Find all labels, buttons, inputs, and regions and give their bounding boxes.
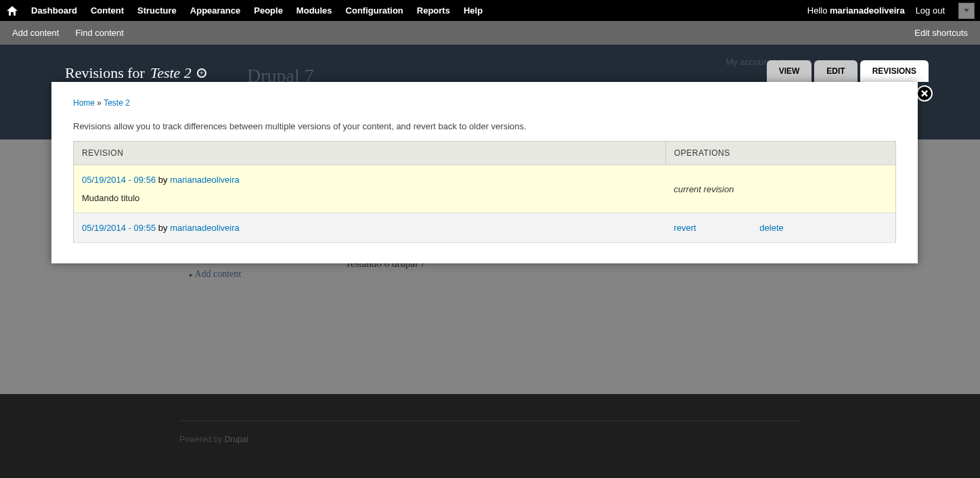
title-node-name: Teste 2 [150,64,192,82]
col-revision: REVISION [74,142,666,165]
toolbar-link-dashboard[interactable]: Dashboard [24,0,84,21]
toolbar-link-people[interactable]: People [247,0,290,21]
col-operations: OPERATIONS [666,142,896,165]
toolbar-link-help[interactable]: Help [457,0,489,21]
add-shortcut-icon[interactable]: + [197,68,206,78]
username[interactable]: marianadeoliveira [830,5,905,16]
revision-author-link[interactable]: marianadeoliveira [170,223,240,233]
tab-edit[interactable]: EDIT [814,60,857,82]
edit-shortcuts-link[interactable]: Edit shortcuts [914,28,968,38]
title-prefix: Revisions for [65,64,145,82]
table-row: 05/19/2014 - 09:56 by marianadeoliveira … [74,165,896,213]
breadcrumb-node[interactable]: Teste 2 [104,98,130,108]
revisions-table: REVISION OPERATIONS 05/19/2014 - 09:56 b… [73,141,896,243]
revision-date-link[interactable]: 05/19/2014 - 09:56 [82,175,156,185]
table-row: 05/19/2014 - 09:55 by marianadeoliveira … [74,213,896,243]
toolbar-link-content[interactable]: Content [84,0,131,21]
shortcut-bar: Add content Find content Edit shortcuts [0,21,980,45]
revision-date-link[interactable]: 05/19/2014 - 09:55 [82,223,156,233]
breadcrumb-home[interactable]: Home [73,98,95,108]
revision-log-message: Mudando titulo [82,193,658,203]
breadcrumb-sep: » [95,98,104,108]
drawer-toggle-icon[interactable] [958,3,975,19]
current-revision-label: current revision [674,184,734,194]
shortcut-add-content[interactable]: Add content [12,28,59,38]
greeting-prefix: Hello [807,5,830,16]
toolbar-link-configuration[interactable]: Configuration [339,0,410,21]
help-text: Revisions allow you to track differences… [73,121,896,131]
close-overlay-button[interactable] [916,85,933,102]
shortcut-find-content[interactable]: Find content [75,28,124,38]
by-text: by [156,175,170,185]
toolbar-link-appearance[interactable]: Appearance [183,0,247,21]
home-icon[interactable] [5,4,19,18]
page-title: Revisions for Teste 2 + [65,64,206,82]
admin-toolbar: Dashboard Content Structure Appearance P… [0,0,980,21]
tab-view[interactable]: VIEW [767,60,812,82]
breadcrumb: Home » Teste 2 [73,98,896,108]
revert-link[interactable]: revert [674,223,696,233]
user-greeting: Hello marianadeoliveira [807,5,905,16]
page-background: My account Log out Drupal 7 Navigation A… [0,45,980,478]
overlay-content: Home » Teste 2 Revisions allow you to tr… [51,82,918,263]
by-text: by [156,223,170,233]
primary-tabs: VIEW EDIT REVISIONS [767,60,929,82]
revision-author-link[interactable]: marianadeoliveira [170,175,240,185]
toolbar-link-reports[interactable]: Reports [410,0,457,21]
toolbar-link-structure[interactable]: Structure [131,0,183,21]
logout-link[interactable]: Log out [912,0,949,21]
toolbar-menu: Dashboard Content Structure Appearance P… [24,0,489,21]
overlay-header: Revisions for Teste 2 + VIEW EDIT REVISI… [51,58,929,82]
delete-link[interactable]: delete [759,223,783,233]
toolbar-link-modules[interactable]: Modules [290,0,339,21]
tab-revisions[interactable]: REVISIONS [860,60,929,82]
